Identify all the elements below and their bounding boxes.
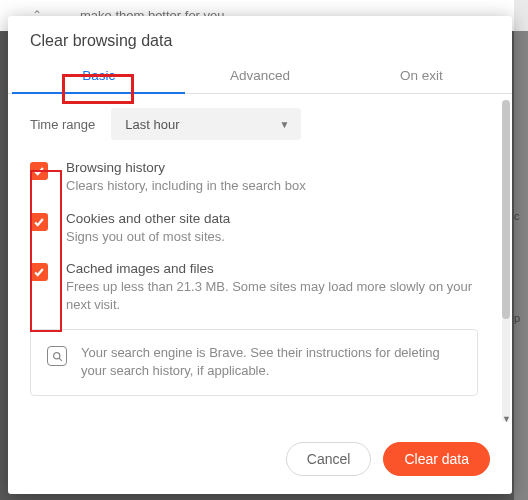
tab-basic[interactable]: Basic	[18, 60, 179, 93]
dialog-body-scroll: Time range Last hour ▼ Browsing history …	[8, 94, 512, 428]
search-engine-icon	[47, 346, 67, 366]
search-engine-info: Your search engine is Brave. See their i…	[30, 329, 478, 395]
option-cookies: Cookies and other site data Signs you ou…	[30, 211, 478, 246]
tab-label: On exit	[400, 68, 443, 83]
check-icon	[33, 165, 45, 177]
scrollbar[interactable]: ▼	[502, 100, 510, 422]
svg-point-0	[53, 352, 59, 358]
option-desc: Signs you out of most sites.	[66, 228, 230, 246]
option-cached: Cached images and files Frees up less th…	[30, 261, 478, 313]
clear-data-button[interactable]: Clear data	[383, 442, 490, 476]
caret-down-icon: ▼	[279, 119, 289, 130]
check-icon	[33, 216, 45, 228]
magnifier-icon	[52, 351, 63, 362]
button-label: Cancel	[307, 451, 351, 467]
background-right-strip: c p	[514, 0, 528, 500]
time-range-value: Last hour	[125, 117, 179, 132]
time-range-label: Time range	[30, 117, 95, 132]
tab-label: Advanced	[230, 68, 290, 83]
scrollbar-thumb[interactable]	[502, 100, 510, 319]
scroll-arrow-down-icon[interactable]: ▼	[502, 414, 510, 424]
clear-browsing-data-dialog: Clear browsing data Basic Advanced On ex…	[8, 16, 512, 494]
dialog-tabs: Basic Advanced On exit	[8, 60, 512, 94]
time-range-row: Time range Last hour ▼	[30, 108, 478, 140]
info-text: Your search engine is Brave. See their i…	[81, 344, 461, 380]
checkbox-cached[interactable]	[30, 263, 48, 281]
tab-advanced[interactable]: Advanced	[179, 60, 340, 93]
svg-line-1	[59, 358, 62, 361]
checkbox-browsing-history[interactable]	[30, 162, 48, 180]
check-icon	[33, 266, 45, 278]
option-title: Cookies and other site data	[66, 211, 230, 226]
option-browsing-history: Browsing history Clears history, includi…	[30, 160, 478, 195]
dialog-footer: Cancel Clear data	[8, 428, 512, 494]
time-range-select[interactable]: Last hour ▼	[111, 108, 301, 140]
button-label: Clear data	[404, 451, 469, 467]
tab-on-exit[interactable]: On exit	[341, 60, 502, 93]
dialog-title: Clear browsing data	[8, 16, 512, 60]
tab-label: Basic	[82, 68, 115, 83]
cancel-button[interactable]: Cancel	[286, 442, 372, 476]
option-title: Browsing history	[66, 160, 306, 175]
option-desc: Clears history, including in the search …	[66, 177, 306, 195]
option-title: Cached images and files	[66, 261, 478, 276]
option-desc: Frees up less than 21.3 MB. Some sites m…	[66, 278, 478, 313]
checkbox-cookies[interactable]	[30, 213, 48, 231]
